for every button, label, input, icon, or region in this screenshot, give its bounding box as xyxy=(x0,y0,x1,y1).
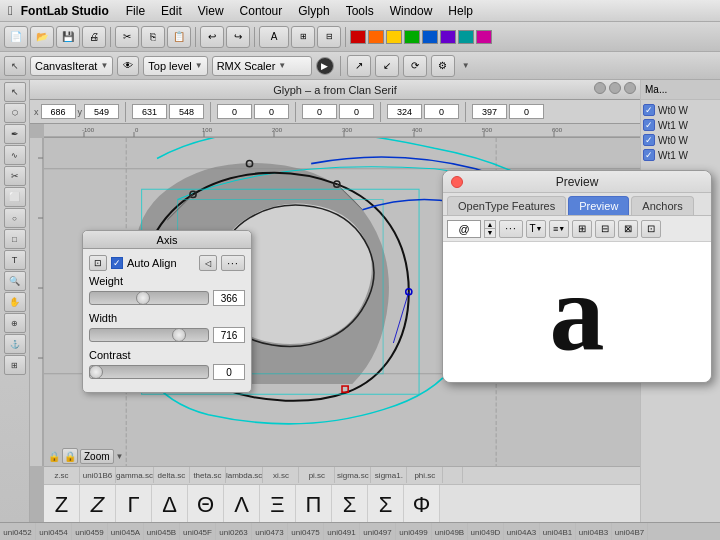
pen-tool[interactable]: ✒ xyxy=(4,124,26,144)
axis-icon-btn[interactable]: ⊡ xyxy=(89,255,107,271)
knife-tool[interactable]: ✂ xyxy=(4,166,26,186)
copy-btn[interactable]: ⎘ xyxy=(141,26,165,48)
tab-opentype[interactable]: OpenType Features xyxy=(447,196,566,215)
color-green[interactable] xyxy=(404,30,420,44)
axis-setting-btn[interactable]: ◁ xyxy=(199,255,217,271)
node-tool[interactable]: ⬡ xyxy=(4,103,26,123)
eye-btn[interactable]: 👁 xyxy=(117,56,139,76)
char-cell-sigma[interactable]: Σ xyxy=(332,485,368,522)
char-cell-Z2[interactable]: Z xyxy=(80,485,116,522)
color-red[interactable] xyxy=(350,30,366,44)
coord-y2[interactable] xyxy=(169,104,204,119)
hand-tool[interactable]: ✋ xyxy=(4,292,26,312)
cut-btn[interactable]: ✂ xyxy=(115,26,139,48)
zoom-dropdown[interactable]: Zoom xyxy=(80,449,114,464)
titlebar-maximize[interactable] xyxy=(609,82,621,94)
coord-v8[interactable] xyxy=(509,104,544,119)
coord-v1[interactable] xyxy=(217,104,252,119)
stepper-up[interactable]: ▲ xyxy=(485,221,495,230)
select-tool[interactable]: ↖ xyxy=(4,82,26,102)
open-btn[interactable]: 📂 xyxy=(30,26,54,48)
preview-list-btn[interactable]: ≡▼ xyxy=(549,220,569,238)
coord-x[interactable] xyxy=(41,104,76,119)
new-btn[interactable]: 📄 xyxy=(4,26,28,48)
preview-grid2-btn[interactable]: ⊟ xyxy=(595,220,615,238)
color-yellow[interactable] xyxy=(386,30,402,44)
anchor-tool[interactable]: ⚓ xyxy=(4,334,26,354)
component-tool[interactable]: ⊞ xyxy=(4,355,26,375)
coord-v4[interactable] xyxy=(339,104,374,119)
preview-stepper[interactable]: ▲ ▼ xyxy=(484,220,496,238)
coord-v3[interactable] xyxy=(302,104,337,119)
font-preview-btn[interactable]: A xyxy=(259,26,289,48)
shape-tool[interactable]: ○ xyxy=(4,208,26,228)
menu-window[interactable]: Window xyxy=(383,3,440,19)
titlebar-close[interactable] xyxy=(624,82,636,94)
settings-btn[interactable]: ⚙ xyxy=(431,55,455,77)
top-level-dropdown[interactable]: Top level ▼ xyxy=(143,56,207,76)
check-box-2[interactable]: ✓ xyxy=(643,119,655,131)
check-wt0w-2[interactable]: ✓ Wt0 W xyxy=(643,134,718,146)
coord-x2[interactable] xyxy=(132,104,167,119)
text-tool[interactable]: T xyxy=(4,250,26,270)
kerning-btn[interactable]: ⊟ xyxy=(317,26,341,48)
char-cell-theta[interactable]: Θ xyxy=(188,485,224,522)
preview-close-btn[interactable] xyxy=(451,176,463,188)
stepper-down[interactable]: ▼ xyxy=(485,229,495,237)
char-cell-phi[interactable]: Φ xyxy=(404,485,440,522)
paste-btn[interactable]: 📋 xyxy=(167,26,191,48)
menu-file[interactable]: File xyxy=(119,3,152,19)
coord-y[interactable] xyxy=(84,104,119,119)
zoom-arrow[interactable]: ▼ xyxy=(116,452,124,461)
check-wt0w-1[interactable]: ✓ Wt0 W xyxy=(643,104,718,116)
tab-preview[interactable]: Preview xyxy=(568,196,629,215)
rect-tool[interactable]: □ xyxy=(4,229,26,249)
export-btn[interactable]: ↗ xyxy=(347,55,371,77)
color-blue[interactable] xyxy=(422,30,438,44)
char-cell-gamma[interactable]: Γ xyxy=(116,485,152,522)
print-btn[interactable]: 🖨 xyxy=(82,26,106,48)
color-magenta[interactable] xyxy=(476,30,492,44)
menu-contour[interactable]: Contour xyxy=(233,3,290,19)
width-value[interactable]: 716 xyxy=(213,327,245,343)
char-cell-xi[interactable]: Ξ xyxy=(260,485,296,522)
char-cell-pi[interactable]: Π xyxy=(296,485,332,522)
check-box-4[interactable]: ✓ xyxy=(643,149,655,161)
metrics-btn[interactable]: ⊞ xyxy=(291,26,315,48)
coord-v2[interactable] xyxy=(254,104,289,119)
menu-edit[interactable]: Edit xyxy=(154,3,189,19)
preview-text-btn[interactable]: T▼ xyxy=(526,220,546,238)
char-cell-sigma2[interactable]: Σ xyxy=(368,485,404,522)
check-box-3[interactable]: ✓ xyxy=(643,134,655,146)
preview-grid3-btn[interactable]: ⊠ xyxy=(618,220,638,238)
menu-view[interactable]: View xyxy=(191,3,231,19)
color-purple[interactable] xyxy=(440,30,456,44)
color-cyan[interactable] xyxy=(458,30,474,44)
auto-align-checkbox[interactable]: ✓ xyxy=(111,257,123,269)
contrast-slider-thumb[interactable] xyxy=(89,365,103,379)
coord-v5[interactable] xyxy=(387,104,422,119)
more-btn[interactable]: ▼ xyxy=(459,61,473,70)
rmx-scaler-dropdown[interactable]: RMX Scaler ▼ xyxy=(212,56,312,76)
run-btn[interactable]: ▶ xyxy=(316,57,334,75)
char-cell-Z1[interactable]: Z xyxy=(44,485,80,522)
sync-btn[interactable]: ⟳ xyxy=(403,55,427,77)
contrast-value[interactable]: 0 xyxy=(213,364,245,380)
measure-tool[interactable]: ⊕ xyxy=(4,313,26,333)
weight-slider-track[interactable] xyxy=(89,291,209,305)
axis-dots-btn[interactable]: ··· xyxy=(221,255,245,271)
check-wt1w-1[interactable]: ✓ Wt1 W xyxy=(643,119,718,131)
check-wt1w-2[interactable]: ✓ Wt1 W xyxy=(643,149,718,161)
preview-dots-btn[interactable]: ··· xyxy=(499,220,523,238)
bezier-tool[interactable]: ∿ xyxy=(4,145,26,165)
menu-glyph[interactable]: Glyph xyxy=(291,3,336,19)
titlebar-minimize[interactable] xyxy=(594,82,606,94)
arrow-tool[interactable]: ↖ xyxy=(4,56,26,76)
coord-v7[interactable] xyxy=(472,104,507,119)
contrast-slider-track[interactable] xyxy=(89,365,209,379)
weight-slider-thumb[interactable] xyxy=(136,291,150,305)
char-cell-lambda[interactable]: Λ xyxy=(224,485,260,522)
preview-grid1-btn[interactable]: ⊞ xyxy=(572,220,592,238)
check-box-1[interactable]: ✓ xyxy=(643,104,655,116)
zoom-in-tool[interactable]: 🔍 xyxy=(4,271,26,291)
